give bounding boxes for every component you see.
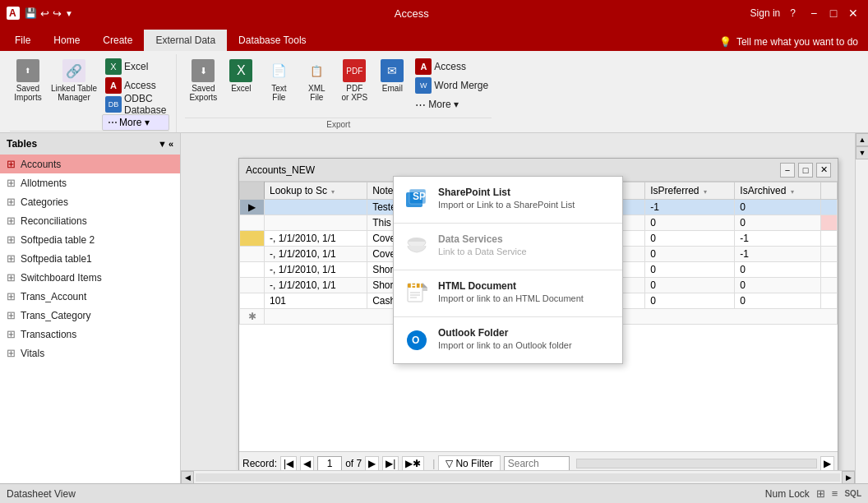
h-scroll-area[interactable]: ◀ ▶: [181, 470, 855, 483]
tell-me-area[interactable]: 💡 Tell me what you want to do: [709, 36, 868, 51]
saved-exports-btn[interactable]: ⬇ SavedExports: [185, 58, 221, 104]
sidebar-close-icon[interactable]: «: [169, 139, 173, 149]
new-record-btn[interactable]: ▶✱: [402, 456, 424, 471]
html-document-menu-item[interactable]: HTML HTML Document Import or link to an …: [394, 274, 622, 313]
record-number-input[interactable]: [317, 456, 342, 471]
tab-create[interactable]: Create: [91, 30, 144, 51]
sign-in-btn[interactable]: Sign in: [750, 7, 781, 19]
pivot-view-btn[interactable]: ≡: [832, 487, 838, 500]
sharepoint-list-menu-item[interactable]: SP SharePoint List Import or Link to a S…: [394, 180, 622, 219]
sidebar-item-softpedia1[interactable]: ⊞ Softpedia table1: [0, 249, 180, 268]
horizontal-scroll-bar[interactable]: [576, 459, 817, 468]
hscroll-right-btn2[interactable]: ▶: [842, 471, 855, 484]
cell-lookup[interactable]: 101: [265, 293, 367, 309]
cell-archived[interactable]: -1: [735, 231, 821, 247]
row-selector[interactable]: [240, 231, 265, 247]
sidebar-item-softpedia2[interactable]: ⊞ Softpedia table 2: [0, 230, 180, 249]
col-lookup-sc[interactable]: Lookup to Sc ▾: [265, 182, 367, 200]
pdf-btn[interactable]: PDF PDFor XPS: [336, 58, 372, 104]
cell-lookup[interactable]: -, 1/1/2010, 1/1: [265, 247, 367, 262]
restore-btn[interactable]: □: [825, 5, 842, 21]
customize-btn[interactable]: ▼: [65, 9, 73, 18]
row-selector[interactable]: [240, 278, 265, 293]
email-btn[interactable]: ✉ Email: [374, 58, 410, 95]
tab-external-data[interactable]: External Data: [144, 30, 227, 51]
first-record-btn[interactable]: |◀: [280, 456, 297, 471]
sidebar-vscroll[interactable]: ▲ ▼: [855, 133, 868, 483]
cell-preferred[interactable]: 0: [645, 293, 735, 309]
odbc-btn[interactable]: DB ODBCDatabase: [102, 95, 169, 113]
sidebar-item-vitals[interactable]: ⊞ Vitals: [0, 344, 180, 362]
sidebar-item-accounts[interactable]: ⊞ Accounts: [0, 155, 180, 173]
last-record-btn[interactable]: ▶|: [382, 456, 399, 471]
word-merge-btn[interactable]: W Word Merge: [412, 76, 492, 95]
sidebar-item-switchboard[interactable]: ⊞ Switchboard Items: [0, 268, 180, 287]
minimize-btn[interactable]: −: [806, 5, 822, 21]
outlook-folder-menu-item[interactable]: O Outlook Folder Import or link to an Ou…: [394, 321, 622, 360]
hscroll-right-btn[interactable]: ▶: [820, 456, 834, 471]
cell-lookup[interactable]: [265, 215, 367, 231]
cell-lookup[interactable]: -, 1/1/2010, 1/1: [265, 231, 367, 247]
cell-archived[interactable]: 0: [735, 278, 821, 293]
col-lookup[interactable]: [240, 182, 265, 200]
sidebar-item-categories[interactable]: ⊞ Categories: [0, 192, 180, 211]
cell-archived[interactable]: -1: [735, 247, 821, 262]
table-win-close-btn[interactable]: ✕: [816, 163, 831, 178]
close-btn[interactable]: ✕: [845, 5, 861, 21]
row-selector[interactable]: [240, 293, 265, 309]
hscroll-left-btn[interactable]: ◀: [181, 471, 194, 484]
hscroll-thumb[interactable]: [196, 473, 840, 482]
help-btn[interactable]: ?: [790, 7, 796, 19]
row-selector[interactable]: [240, 262, 265, 278]
row-selector[interactable]: [240, 215, 265, 231]
prev-record-btn[interactable]: ◀: [300, 456, 314, 471]
undo-btn[interactable]: ↩: [40, 7, 49, 20]
cell-archived[interactable]: 0: [735, 262, 821, 278]
next-record-btn[interactable]: ▶: [365, 456, 379, 471]
col-preferred[interactable]: IsPreferred ▾: [645, 182, 735, 200]
cell-preferred[interactable]: 0: [645, 231, 735, 247]
xml-file-btn[interactable]: 📋 XMLFile: [298, 58, 335, 104]
cell-archived[interactable]: 0: [735, 215, 821, 231]
row-selector[interactable]: ▶: [240, 200, 265, 215]
excel-import-btn[interactable]: X Excel: [102, 58, 169, 76]
table-win-restore-btn[interactable]: □: [798, 163, 813, 178]
cell-lookup[interactable]: -, 1/1/2010, 1/1: [265, 278, 367, 293]
access-export-btn[interactable]: A Access: [412, 58, 492, 76]
sidebar-item-transactions[interactable]: ⊞ Transactions: [0, 325, 180, 344]
col-archived[interactable]: IsArchived ▾: [735, 182, 821, 200]
sidebar-item-trans-category[interactable]: ⊞ Trans_Category: [0, 306, 180, 325]
excel-export-btn[interactable]: X Excel: [223, 58, 259, 95]
cell-preferred[interactable]: -1: [645, 200, 735, 215]
saved-imports-btn[interactable]: ⬆ SavedImports: [10, 58, 46, 104]
cell-archived[interactable]: 0: [735, 293, 821, 309]
cell-preferred[interactable]: 0: [645, 262, 735, 278]
sidebar-item-reconciliations[interactable]: ⊞ Reconciliations: [0, 211, 180, 230]
datasheet-view-btn[interactable]: ⊞: [816, 487, 825, 500]
tab-home[interactable]: Home: [42, 30, 91, 51]
sidebar-item-allotments[interactable]: ⊞ Allotments: [0, 173, 180, 192]
cell-preferred[interactable]: 0: [645, 247, 735, 262]
cell-preferred[interactable]: 0: [645, 278, 735, 293]
vscroll-up-btn[interactable]: ▲: [856, 133, 868, 146]
save-icon[interactable]: 💾: [25, 7, 37, 19]
search-input[interactable]: [504, 456, 570, 471]
sidebar-item-trans-account[interactable]: ⊞ Trans_Account: [0, 287, 180, 306]
tab-file[interactable]: File: [3, 30, 42, 51]
cell-lookup[interactable]: -, 1/1/2010, 1/1: [265, 262, 367, 278]
more-import-btn[interactable]: ⋯ More ▾: [102, 114, 169, 131]
cell-preferred[interactable]: 0: [645, 215, 735, 231]
linked-table-manager-btn[interactable]: 🔗 Linked TableManager: [48, 58, 100, 104]
tab-database-tools[interactable]: Database Tools: [227, 30, 318, 51]
redo-btn[interactable]: ↪: [53, 7, 62, 20]
row-selector[interactable]: [240, 247, 265, 262]
sql-view-btn[interactable]: SQL: [844, 489, 861, 498]
cell-lookup[interactable]: [265, 200, 367, 215]
cell-archived[interactable]: 0: [735, 200, 821, 215]
table-win-minimize-btn[interactable]: −: [780, 163, 795, 178]
tell-me-text[interactable]: Tell me what you want to do: [736, 36, 858, 48]
no-filter-btn[interactable]: ▽ No Filter: [438, 455, 500, 472]
access-import-btn[interactable]: A Access: [102, 76, 169, 95]
text-file-btn[interactable]: 📄 TextFile: [261, 58, 297, 104]
sidebar-dropdown-icon[interactable]: ▼: [158, 139, 167, 149]
